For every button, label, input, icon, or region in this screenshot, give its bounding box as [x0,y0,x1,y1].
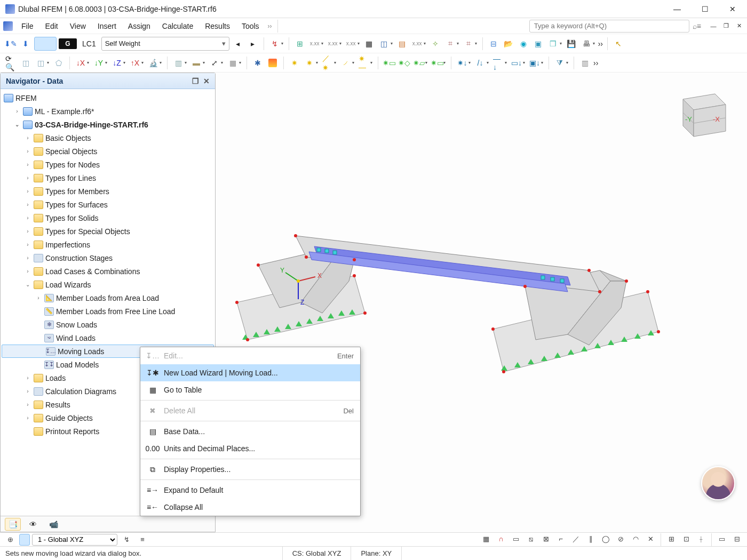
axis-z-icon[interactable]: ↓Z [110,56,126,70]
menu-overflow[interactable]: ›› [266,22,274,30]
pointer-icon[interactable]: ↖ [612,37,625,51]
context-menu-item[interactable]: 0.00 Units and Decimal Places... [140,440,360,457]
print-icon[interactable]: 🖶 [580,37,596,51]
context-menu-item[interactable]: ≡← Collapse All [140,499,360,516]
snap-tangent-icon[interactable]: ⊘ [614,533,627,545]
caret-icon[interactable]: › [24,255,31,261]
tree-folder[interactable]: › Basic Objects [1,131,215,145]
menu-file[interactable]: File [16,20,39,33]
view-cube[interactable]: -Y -X [667,83,731,147]
context-menu-item[interactable]: ≡→ Expand to Default [140,482,360,499]
caret-icon[interactable]: › [24,175,31,181]
nav-tab-views[interactable]: 📹 [45,518,61,531]
caret-icon[interactable]: › [24,202,31,207]
prev-loadcase-icon[interactable]: ◂ [232,37,244,51]
caret-icon[interactable]: › [24,228,31,234]
caret-icon[interactable]: › [24,135,31,141]
context-menu-item[interactable]: ▤ Base Data... [140,423,360,440]
snap-diag-icon[interactable]: ⧅ [524,533,538,545]
surface-a-icon[interactable]: ✷▭ [383,56,395,70]
toolbar2-overflow[interactable]: ›› [593,59,598,67]
tree-folder[interactable]: › Types for Members [1,185,215,198]
tree-item[interactable]: 📏 Member Loads from Free Line Load [1,305,215,318]
loadcase-list-icon[interactable]: ⬇ [19,37,32,51]
tree-load-wizards[interactable]: ⌄ Load Wizards [1,278,215,291]
view-list-icon[interactable]: ◫ [34,56,50,70]
tree-folder[interactable]: › Types for Solids [1,211,215,225]
snap-guide-icon[interactable]: ⟊ [694,533,708,545]
caret-icon[interactable]: › [24,148,31,154]
caret-icon[interactable]: › [24,375,31,381]
caret-icon[interactable]: › [24,188,31,194]
coord-system-select[interactable]: 1 - Global XYZ [32,534,117,546]
node-edit-icon[interactable]: ✷ [303,56,319,70]
refresh-view-icon[interactable]: ⟳🔍 [4,56,17,70]
node-new-icon[interactable]: ✷ [288,56,301,70]
open-folder-icon[interactable]: 📂 [502,37,515,51]
clip-a-icon[interactable]: ✧ [429,37,442,51]
maximize-button[interactable]: ☐ [696,2,714,17]
caret-icon[interactable]: › [13,108,21,114]
new-loadcase-icon[interactable]: ⬇✎ [4,37,17,51]
menu-tools[interactable]: Tools [236,20,265,33]
surface-c-icon[interactable]: ✷▱ [412,56,428,70]
caret-icon[interactable]: › [24,415,31,421]
snap-endpoint-icon[interactable]: ⊠ [539,533,553,545]
caret-icon[interactable]: › [24,388,31,394]
axis-x-icon[interactable]: ↓X [74,56,90,70]
tree-folder[interactable]: › Types for Nodes [1,158,215,171]
colors-icon[interactable] [266,56,279,70]
caret-icon[interactable]: › [24,268,31,274]
tree-file-1[interactable]: ⌄ 03-CSA-Bridge-Hinge-START.rf6 [1,118,215,131]
snap-grid-icon[interactable]: ▦ [479,533,493,545]
doc-close-icon[interactable]: ✕ [734,21,744,31]
render-mode-icon[interactable]: ▥ [172,56,188,70]
mesh-icon[interactable]: ⊞ [293,37,306,51]
results-icon[interactable]: ▤ [396,37,409,51]
member-new-icon[interactable]: ✷— [357,56,374,70]
snap-rect-icon[interactable]: ▭ [509,533,523,545]
surface-b-icon[interactable]: ✷◇ [398,56,410,70]
axis-y-icon[interactable]: ↓Y [92,56,108,70]
dim-b-icon[interactable]: x.xx [327,37,343,51]
fe-mesh-icon[interactable]: ✱ [251,56,264,70]
snap-magnet-icon[interactable]: ∩ [494,533,508,545]
section-icon[interactable]: ◫ [378,37,394,51]
assistant-avatar[interactable] [701,466,735,500]
minimize-button[interactable]: — [668,2,686,17]
menu-view[interactable]: View [65,20,91,33]
render-icon[interactable]: ▦ [363,37,376,51]
toolbar1-overflow[interactable]: ›› [598,39,603,48]
tree-item[interactable]: › 📐 Member Loads from Area Load [1,291,215,305]
close-button[interactable]: ✕ [724,2,742,17]
axis-neg-x-icon[interactable]: ↑X [129,56,145,70]
show-loads-icon[interactable]: ↯ [268,37,284,51]
tree-root[interactable]: RFEM [1,91,215,105]
surface-d-icon[interactable]: ✷▭ [431,56,447,70]
menu-results[interactable]: Results [200,20,235,33]
plane-lock-icon[interactable]: ⊟ [730,533,744,545]
menu-insert[interactable]: Insert [92,20,122,33]
snap-perp-icon[interactable]: ∥ [584,533,598,545]
clip-b-icon[interactable]: ⌗ [444,37,460,51]
caret-icon[interactable]: › [24,242,31,247]
context-menu-item[interactable]: ▦ Go to Table [140,381,360,398]
search-input[interactable] [529,20,689,33]
context-menu-item[interactable]: ↧✱ New Load Wizard | Moving Load... [140,364,360,381]
load-surface-icon[interactable]: ▭↓ [510,56,526,70]
filter-icon[interactable]: ⧩ [553,56,569,70]
scale-icon[interactable]: ⤢ [208,56,224,70]
context-menu-item[interactable]: ⧉ Display Properties... [140,461,360,478]
tree-folder[interactable]: › Special Objects [1,145,215,158]
iso-view-icon[interactable]: ◫ [19,56,32,70]
dim-d-icon[interactable]: x.xx [411,37,427,51]
doc-minimize-icon[interactable]: — [709,21,718,31]
plane-xy-icon[interactable]: ▭ [715,533,729,545]
caret-icon[interactable]: › [24,402,31,407]
cs-new-icon[interactable]: ⊕ [3,534,17,546]
nav-tab-display[interactable]: 👁 [25,518,41,531]
dim-a-icon[interactable]: x.xx [308,37,324,51]
cs-color-icon[interactable] [19,534,30,546]
color-swatch-icon[interactable] [34,37,57,51]
load-node-icon[interactable]: ✷↓ [456,56,472,70]
